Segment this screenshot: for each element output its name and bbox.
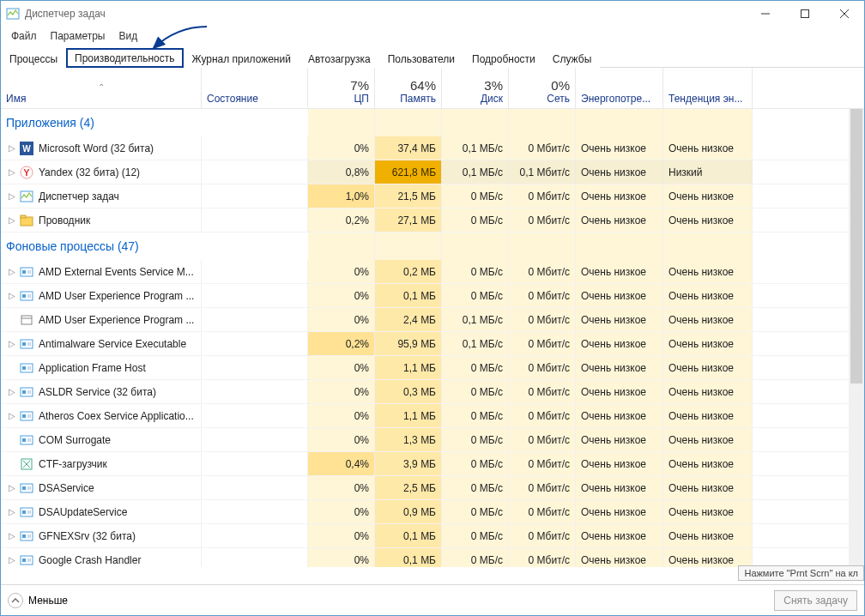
- process-icon: [20, 529, 33, 543]
- tab-performance[interactable]: Производительность: [66, 48, 183, 68]
- expand-icon[interactable]: ▷: [6, 411, 18, 420]
- svg-rect-30: [22, 414, 26, 418]
- process-icon: [20, 385, 33, 399]
- svg-rect-17: [27, 294, 31, 298]
- process-row[interactable]: ▷Atheros Coex Service Applicatio...0%1,1…: [1, 404, 849, 428]
- process-row[interactable]: CTF-загрузчик0,4%3,9 МБ0 МБ/с0 Мбит/сОче…: [1, 452, 849, 476]
- expand-icon[interactable]: ▷: [6, 291, 18, 300]
- process-row[interactable]: ▷ASLDR Service (32 бита)0%0,3 МБ0 МБ/с0 …: [1, 380, 849, 404]
- svg-rect-21: [22, 342, 26, 346]
- col-header-network[interactable]: 0%Сеть: [509, 68, 576, 108]
- trend-cell: Очень низкое: [663, 284, 753, 307]
- col-header-memory[interactable]: 64%Память: [375, 68, 442, 108]
- process-row[interactable]: ▷AMD User Experience Program ...0%0,1 МБ…: [1, 284, 849, 308]
- col-header-state[interactable]: Состояние: [202, 68, 308, 108]
- footer: Меньше Снять задачу: [1, 584, 864, 615]
- process-grid: Приложения (4)▷WMicrosoft Word (32 бита)…: [1, 109, 849, 567]
- group-header[interactable]: Приложения (4): [1, 109, 849, 136]
- expand-icon[interactable]: ▷: [6, 167, 18, 177]
- power-cell: Очень низкое: [576, 452, 663, 475]
- vertical-scrollbar[interactable]: [849, 109, 864, 567]
- process-name: Atheros Coex Service Applicatio...: [39, 410, 194, 422]
- process-row[interactable]: COM Surrogate0%1,3 МБ0 МБ/с0 Мбит/сОчень…: [1, 428, 849, 452]
- scrollbar-thumb[interactable]: [850, 109, 862, 383]
- trend-cell: Очень низкое: [663, 428, 753, 451]
- maximize-button[interactable]: [785, 1, 825, 27]
- process-row[interactable]: ▷Диспетчер задач1,0%21,5 МБ0 МБ/с0 Мбит/…: [1, 184, 849, 208]
- expand-icon[interactable]: ▷: [6, 555, 18, 565]
- memory-cell: 0,1 МБ: [375, 284, 442, 307]
- memory-cell: 2,4 МБ: [375, 308, 442, 331]
- disk-cell: 0 МБ/с: [442, 404, 509, 427]
- process-icon: [20, 553, 33, 567]
- tab-app-history[interactable]: Журнал приложений: [184, 49, 299, 68]
- collapse-icon[interactable]: [8, 593, 23, 608]
- end-task-button[interactable]: Снять задачу: [774, 590, 857, 611]
- network-cell: 0 Мбит/с: [509, 208, 576, 232]
- menu-file[interactable]: Файл: [4, 28, 44, 44]
- col-header-power[interactable]: Энергопотре...: [576, 68, 663, 108]
- menubar: Файл Параметры Вид: [1, 27, 864, 45]
- svg-rect-13: [22, 270, 26, 274]
- svg-rect-18: [21, 316, 32, 324]
- col-header-disk[interactable]: 3%Диск: [442, 68, 509, 108]
- process-row[interactable]: ▷Antimalware Service Executable0,2%95,9 …: [1, 332, 849, 356]
- process-row[interactable]: Application Frame Host0%1,1 МБ0 МБ/с0 Мб…: [1, 356, 849, 380]
- cpu-cell: 0%: [308, 284, 375, 307]
- col-header-name[interactable]: ⌃ Имя: [1, 68, 202, 108]
- process-icon: [20, 433, 33, 447]
- process-row[interactable]: ▷YYandex (32 бита) (12)0,8%621,8 МБ0,1 М…: [1, 160, 849, 184]
- disk-cell: 0 МБ/с: [442, 284, 509, 307]
- tab-services[interactable]: Службы: [544, 49, 600, 68]
- disk-cell: 0 МБ/с: [442, 500, 509, 523]
- expand-icon[interactable]: ▷: [6, 339, 18, 348]
- network-cell: 0 Мбит/с: [509, 548, 576, 567]
- expand-icon[interactable]: ▷: [6, 387, 18, 396]
- cpu-cell: 0%: [308, 356, 375, 379]
- tab-processes[interactable]: Процессы: [1, 49, 66, 68]
- tab-users[interactable]: Пользователи: [379, 49, 463, 68]
- expand-icon[interactable]: ▷: [6, 215, 18, 225]
- expand-icon[interactable]: ▷: [6, 483, 18, 492]
- process-row[interactable]: ▷AMD External Events Service M...0%0,2 М…: [1, 260, 849, 284]
- process-icon: [20, 265, 33, 279]
- memory-cell: 0,1 МБ: [375, 548, 442, 567]
- expand-icon[interactable]: ▷: [6, 531, 18, 541]
- svg-rect-37: [22, 486, 26, 490]
- menu-options[interactable]: Параметры: [44, 28, 112, 44]
- process-row[interactable]: ▷DSAUpdateService0%0,9 МБ0 МБ/с0 Мбит/сО…: [1, 500, 849, 524]
- expand-icon[interactable]: ▷: [6, 267, 18, 276]
- process-icon: [20, 361, 33, 375]
- titlebar: Диспетчер задач: [1, 1, 864, 27]
- network-cell: 0 Мбит/с: [509, 380, 576, 403]
- memory-cell: 2,5 МБ: [375, 476, 442, 499]
- expand-icon[interactable]: ▷: [6, 191, 18, 201]
- col-header-trend[interactable]: Тенденция эн...: [663, 68, 753, 108]
- fewer-details-link[interactable]: Меньше: [28, 595, 68, 607]
- disk-cell: 0,1 МБ/с: [442, 332, 509, 355]
- group-header[interactable]: Фоновые процессы (47): [1, 233, 849, 260]
- expand-icon[interactable]: ▷: [6, 143, 18, 153]
- expand-icon[interactable]: ▷: [6, 507, 18, 516]
- trend-cell: Очень низкое: [663, 260, 753, 283]
- close-button[interactable]: [825, 1, 864, 27]
- tab-startup[interactable]: Автозагрузка: [299, 49, 379, 68]
- trend-cell: Очень низкое: [663, 308, 753, 331]
- process-row[interactable]: ▷DSAService0%2,5 МБ0 МБ/с0 Мбит/сОчень н…: [1, 476, 849, 500]
- process-row[interactable]: ▷WMicrosoft Word (32 бита)0%37,4 МБ0,1 М…: [1, 136, 849, 160]
- process-row[interactable]: ▷GFNEXSrv (32 бита)0%0,1 МБ0 МБ/с0 Мбит/…: [1, 524, 849, 548]
- process-row[interactable]: AMD User Experience Program ...0%2,4 МБ0…: [1, 308, 849, 332]
- process-name: Microsoft Word (32 бита): [39, 142, 154, 154]
- process-row[interactable]: ▷Проводник0,2%27,1 МБ0 МБ/с0 Мбит/сОчень…: [1, 208, 849, 233]
- process-icon: W: [20, 142, 33, 155]
- process-name: COM Surrogate: [39, 434, 111, 446]
- menu-view[interactable]: Вид: [112, 28, 144, 44]
- cpu-cell: 0%: [308, 500, 375, 523]
- network-cell: 0 Мбит/с: [509, 428, 576, 451]
- process-row[interactable]: ▷Google Crash Handler0%0,1 МБ0 МБ/с0 Мби…: [1, 548, 849, 567]
- col-header-cpu[interactable]: 7%ЦП: [308, 68, 375, 108]
- tab-details[interactable]: Подробности: [463, 49, 544, 68]
- power-cell: Очень низкое: [576, 136, 663, 160]
- svg-rect-22: [27, 342, 31, 346]
- minimize-button[interactable]: [746, 1, 785, 27]
